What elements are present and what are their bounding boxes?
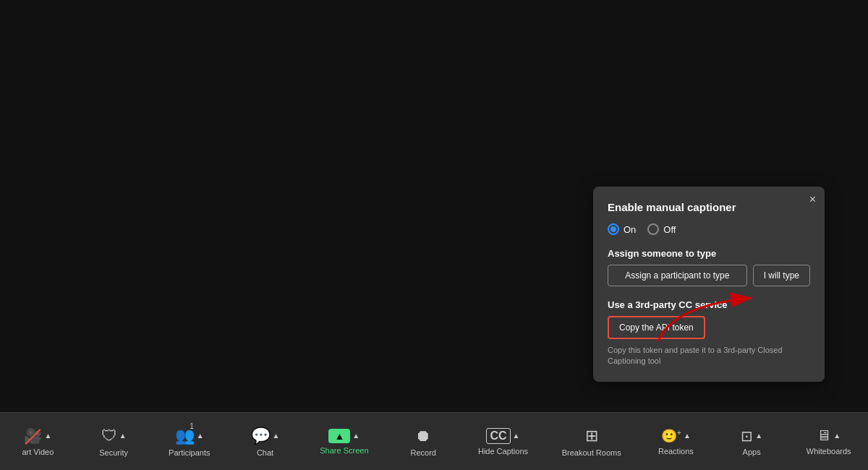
breakout-rooms-icon: ⊞ bbox=[585, 427, 598, 445]
participants-label: Participants bbox=[169, 448, 210, 457]
toolbar-item-whiteboards[interactable]: 🖥 ▲ Whiteboards bbox=[802, 413, 856, 470]
toolbar-item-chat[interactable]: 💬 ▲ Chat bbox=[240, 413, 291, 470]
whiteboards-arrow-icon: ▲ bbox=[833, 432, 841, 440]
chat-icon: 💬 bbox=[251, 427, 271, 445]
security-arrow-icon: ▲ bbox=[119, 432, 127, 440]
toolbar-icon-group-reactions: 🙂+ ▲ bbox=[661, 428, 691, 444]
participants-badge: 1 bbox=[190, 422, 194, 430]
share-screen-icon: ▲ bbox=[328, 429, 350, 443]
share-arrow-icon: ▲ bbox=[352, 432, 359, 440]
chat-arrow-icon: ▲ bbox=[273, 432, 280, 440]
popup-title: Enable manual captioner bbox=[608, 201, 810, 213]
toolbar-icon-group-security: 🛡 ▲ bbox=[101, 427, 127, 445]
toolbar-icon-group-chat: 💬 ▲ bbox=[251, 427, 280, 445]
record-icon: ⏺ bbox=[415, 427, 431, 445]
radio-group: On Off bbox=[608, 223, 810, 235]
reactions-label: Reactions bbox=[658, 447, 694, 456]
toolbar-icon-group-participants: 👥 1 ▲ bbox=[175, 427, 204, 445]
apps-arrow-icon: ▲ bbox=[755, 432, 762, 440]
toolbar-item-hide-captions[interactable]: CC ▲ Hide Captions bbox=[474, 413, 532, 470]
radio-on-option[interactable]: On bbox=[608, 223, 636, 235]
apps-icon: ⊡ bbox=[741, 427, 753, 445]
toolbar-item-share-screen[interactable]: ▲ ▲ Share Screen bbox=[315, 413, 373, 470]
reactions-icon: 🙂+ bbox=[661, 428, 681, 444]
radio-on-circle bbox=[608, 223, 619, 235]
red-arrow bbox=[644, 283, 774, 349]
hide-captions-label: Hide Captions bbox=[478, 447, 528, 456]
toolbar: 🎥 ▲ art Video 🛡 ▲ Security 👥 1 ▲ Partici… bbox=[0, 412, 868, 470]
toolbar-item-breakout-rooms[interactable]: ⊞ Breakout Rooms bbox=[558, 413, 626, 470]
share-screen-label: Share Screen bbox=[320, 446, 368, 455]
apps-label: Apps bbox=[743, 448, 761, 456]
toolbar-item-apps[interactable]: ⊡ ▲ Apps bbox=[726, 413, 777, 470]
whiteboards-label: Whiteboards bbox=[807, 447, 851, 456]
toolbar-icon-group-share: ▲ ▲ bbox=[328, 429, 359, 443]
security-icon: 🛡 bbox=[101, 427, 117, 445]
radio-off-option[interactable]: Off bbox=[647, 223, 676, 235]
radio-off-circle bbox=[647, 223, 659, 235]
toolbar-item-reactions[interactable]: 🙂+ ▲ Reactions bbox=[650, 413, 701, 470]
toolbar-item-participants[interactable]: 👥 1 ▲ Participants bbox=[164, 413, 215, 470]
radio-off-label: Off bbox=[663, 224, 676, 235]
video-arrow-icon: ▲ bbox=[44, 432, 51, 440]
toolbar-icon-group-whiteboards: 🖥 ▲ bbox=[817, 427, 841, 444]
toolbar-icon-group-apps: ⊡ ▲ bbox=[741, 427, 762, 445]
start-video-label: art Video bbox=[22, 448, 54, 456]
breakout-rooms-label: Breakout Rooms bbox=[562, 448, 621, 457]
security-label: Security bbox=[99, 448, 128, 457]
assign-section-title: Assign someone to type bbox=[608, 248, 810, 259]
captions-arrow-icon: ▲ bbox=[513, 432, 520, 440]
toolbar-icon-group-video: 🎥 ▲ bbox=[24, 427, 51, 445]
chat-label: Chat bbox=[257, 448, 273, 457]
toolbar-item-start-video[interactable]: 🎥 ▲ art Video bbox=[12, 413, 63, 470]
close-button[interactable]: × bbox=[809, 194, 816, 205]
record-label: Record bbox=[410, 448, 435, 457]
captions-icon: CC bbox=[486, 428, 510, 444]
video-icon: 🎥 bbox=[24, 427, 42, 445]
main-video-area: × Enable manual captioner On Off Assign … bbox=[0, 0, 868, 412]
participants-arrow-icon: ▲ bbox=[197, 432, 204, 440]
radio-on-label: On bbox=[624, 224, 636, 235]
whiteboards-icon: 🖥 bbox=[817, 427, 831, 444]
toolbar-item-security[interactable]: 🛡 ▲ Security bbox=[88, 413, 139, 470]
toolbar-item-record[interactable]: ⏺ Record bbox=[398, 413, 448, 470]
reactions-arrow-icon: ▲ bbox=[684, 432, 691, 440]
toolbar-icon-group-captions: CC ▲ bbox=[486, 428, 519, 444]
